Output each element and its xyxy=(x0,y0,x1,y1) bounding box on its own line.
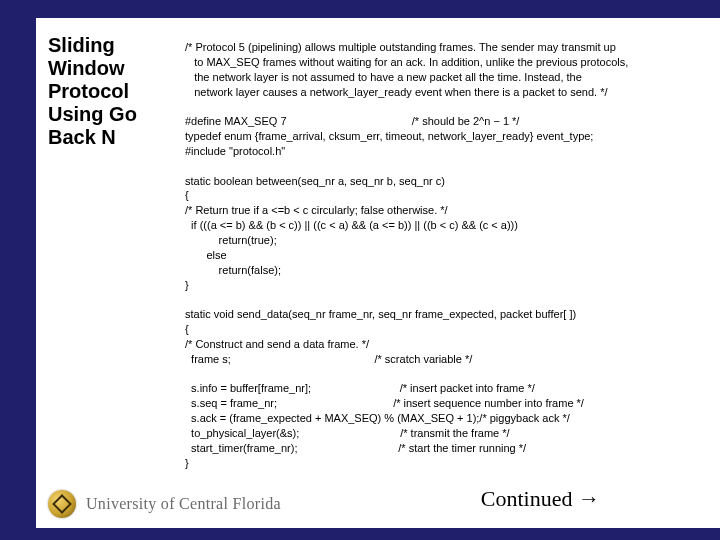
top-accent-bar xyxy=(0,0,720,18)
protocol-code: /* Protocol 5 (pipelining) allows multip… xyxy=(185,40,705,470)
slide-title: Sliding Window Protocol Using Go Back N xyxy=(48,34,178,149)
footer: University of Central Florida xyxy=(48,490,281,518)
university-name: University of Central Florida xyxy=(86,495,281,513)
ucf-seal-icon xyxy=(48,490,76,518)
bottom-accent-bar xyxy=(0,528,720,540)
continued-label: Continued → xyxy=(481,486,600,512)
seal-inner-icon xyxy=(52,494,72,514)
left-accent-bar xyxy=(0,0,36,540)
